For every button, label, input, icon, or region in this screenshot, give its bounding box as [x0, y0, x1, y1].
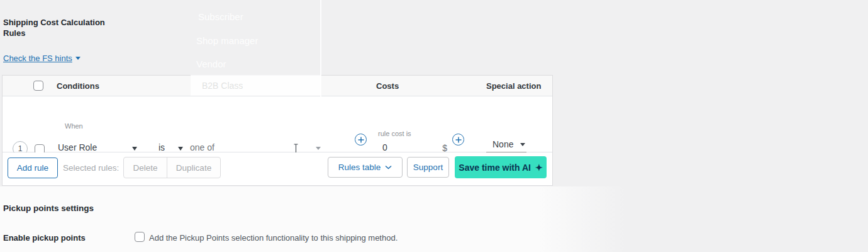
- support-button[interactable]: Support: [407, 157, 449, 178]
- rule-row: 1 When User Role is one of rule cost is …: [3, 96, 552, 152]
- currency-symbol: $: [442, 143, 447, 153]
- fs-hints-link[interactable]: Check the FS hints: [3, 54, 81, 63]
- role-value-placeholder: one of: [190, 142, 214, 152]
- selected-rules-actions: Delete Duplicate: [123, 157, 221, 178]
- dropdown-caret-icon: [520, 143, 525, 146]
- selected-rules-label: Selected rules:: [63, 163, 119, 173]
- rules-table-menu-label: Rules table: [338, 163, 381, 172]
- conditions-column-header: Conditions: [57, 81, 99, 91]
- dropdown-caret-icon: [132, 147, 137, 151]
- ai-button-label: Save time with AI: [459, 163, 531, 173]
- add-rule-button[interactable]: Add rule: [8, 158, 58, 178]
- save-time-with-ai-button[interactable]: Save time with AI ✦: [455, 156, 547, 178]
- ghost-dropdown-option: Vendor: [196, 59, 226, 69]
- pickup-points-section: Pickup points settings Enable pickup poi…: [0, 186, 868, 252]
- shipping-rules-table: Conditions Costs Special action 1 When U…: [2, 75, 553, 186]
- enable-pickup-points-label: Enable pickup points: [3, 233, 86, 243]
- rules-table-footer: Add rule Selected rules: Delete Duplicat…: [3, 152, 552, 185]
- sparkle-icon: ✦: [535, 163, 543, 173]
- duplicate-rules-button[interactable]: Duplicate: [167, 158, 220, 178]
- operator-select-value: is: [159, 142, 165, 152]
- condition-select-value: User Role: [58, 142, 97, 152]
- dropdown-caret-icon: [178, 147, 183, 151]
- delete-rules-button[interactable]: Delete: [124, 158, 167, 178]
- select-all-rules-checkbox[interactable]: [33, 81, 43, 91]
- when-label: When: [65, 122, 83, 130]
- ghost-dropdown-option: Shop manager: [196, 35, 258, 46]
- enable-pickup-points-checkbox[interactable]: [135, 232, 145, 242]
- pickup-points-heading: Pickup points settings: [3, 203, 94, 213]
- special-action-select[interactable]: None: [486, 139, 526, 152]
- fs-hints-link-label: Check the FS hints: [3, 54, 72, 63]
- add-condition-icon[interactable]: [355, 134, 367, 146]
- add-cost-icon[interactable]: [452, 134, 464, 146]
- special-action-column-header: Special action: [486, 81, 541, 91]
- caret-down-icon: [75, 57, 81, 60]
- ghost-dropdown-option: Subscriber: [198, 11, 243, 22]
- costs-column-header: Costs: [376, 81, 399, 91]
- rule-cost-label: rule cost is: [378, 130, 411, 137]
- rules-table-menu-button[interactable]: Rules table: [328, 157, 403, 178]
- chevron-down-icon: [385, 165, 392, 169]
- rule-cost-value: 0: [382, 142, 387, 152]
- special-action-value: None: [492, 139, 513, 149]
- section-heading: Shipping Cost Calculation Rules: [3, 17, 110, 38]
- dropdown-caret-icon: [316, 147, 321, 150]
- rules-table-header-row: Conditions Costs Special action: [3, 76, 552, 96]
- pickup-checkbox-description: Add the Pickup Points selection function…: [149, 233, 398, 243]
